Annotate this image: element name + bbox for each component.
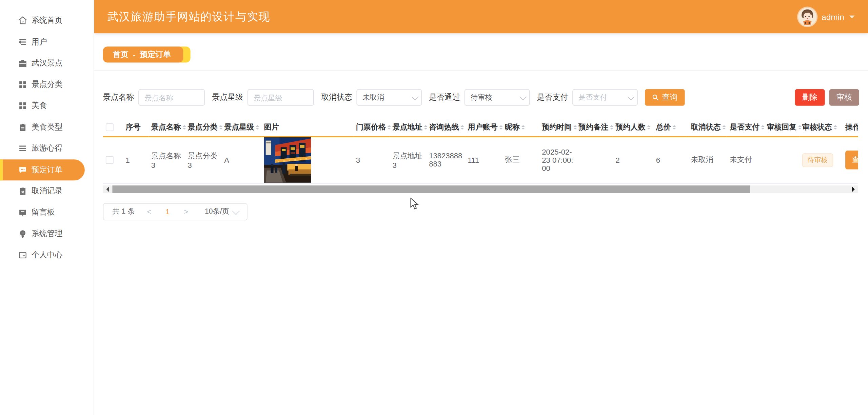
delete-button[interactable]: 删除: [795, 89, 825, 106]
filter-name-input[interactable]: [138, 89, 205, 106]
home-icon: [18, 16, 27, 25]
sort-caret-icon[interactable]: [424, 123, 428, 131]
col-category[interactable]: 景点分类: [188, 122, 217, 132]
page-size-select[interactable]: 10条/页: [205, 206, 238, 216]
sidebar-item-food-types[interactable]: 美食类型: [0, 117, 94, 138]
cell-account: 111: [465, 137, 502, 183]
row-checkbox[interactable]: [106, 156, 114, 164]
user-avatar[interactable]: [798, 7, 817, 26]
sort-caret-icon[interactable]: [610, 123, 613, 131]
col-action: 操作: [845, 122, 858, 132]
sidebar-item-message-board[interactable]: 留言板: [0, 202, 94, 223]
sort-caret-icon[interactable]: [723, 123, 726, 131]
cell-pay-status: 未支付: [727, 137, 764, 183]
audit-button[interactable]: 审核: [829, 89, 859, 106]
cell-cancel-status: 未取消: [688, 137, 727, 183]
filter-pass-label: 是否通过: [429, 93, 460, 102]
col-star[interactable]: 景点星级: [224, 122, 254, 132]
user-name: admin: [822, 12, 844, 21]
col-time[interactable]: 预约时间: [542, 122, 572, 132]
clipboard-x-icon: [18, 187, 27, 196]
sort-caret-icon[interactable]: [834, 123, 837, 131]
scroll-left-icon[interactable]: [103, 185, 111, 193]
col-account[interactable]: 用户账号: [468, 122, 498, 132]
sort-caret-icon[interactable]: [219, 123, 223, 131]
col-pay[interactable]: 是否支付: [730, 122, 760, 132]
breadcrumb-home[interactable]: 首页: [113, 50, 129, 59]
scroll-right-icon[interactable]: [850, 185, 857, 193]
filter-star-input[interactable]: [248, 89, 314, 106]
col-remark[interactable]: 预约备注: [578, 122, 608, 132]
status-badge: 待审核: [802, 153, 833, 167]
sort-caret-icon[interactable]: [761, 123, 765, 131]
sort-caret-icon[interactable]: [388, 123, 391, 131]
orders-table: 序号 景点名称 景点分类 景点星级 图片 门票价格 景点地址 咨询热线 用户账号…: [103, 118, 858, 183]
col-cancel[interactable]: 取消状态: [691, 122, 721, 132]
profile-card-icon: [18, 251, 27, 259]
sort-caret-icon[interactable]: [499, 123, 503, 131]
sort-caret-icon[interactable]: [573, 123, 577, 131]
col-reply[interactable]: 审核回复: [767, 122, 796, 132]
sidebar-item-label: 旅游心得: [32, 143, 62, 153]
sidebar-item-users[interactable]: 用户: [0, 31, 94, 53]
cell-price: 3: [353, 137, 390, 183]
grid-icon: [18, 80, 27, 89]
cell-people: 2: [613, 137, 653, 183]
next-page-button[interactable]: >: [184, 207, 188, 215]
sort-caret-icon[interactable]: [673, 123, 676, 131]
filter-cancel-select[interactable]: 未取消: [356, 89, 422, 106]
sidebar-item-label: 取消记录: [32, 186, 62, 196]
sort-caret-icon[interactable]: [647, 123, 651, 131]
filter-pay-select[interactable]: 是否支付: [572, 89, 638, 106]
col-hotline[interactable]: 咨询热线: [429, 122, 459, 132]
sidebar-item-attractions[interactable]: 武汉景点: [0, 53, 94, 74]
sort-caret-icon[interactable]: [460, 123, 464, 131]
col-people[interactable]: 预约人数: [616, 122, 646, 132]
col-status[interactable]: 审核状态: [802, 122, 832, 132]
col-name[interactable]: 景点名称: [151, 122, 181, 132]
sidebar-item-label: 留言板: [32, 208, 55, 217]
briefcase-icon: [18, 59, 27, 67]
grid-icon: [18, 101, 27, 110]
col-price[interactable]: 门票价格: [356, 122, 386, 132]
query-button[interactable]: 查询: [645, 89, 685, 106]
chevron-down-icon: [519, 93, 527, 100]
chevron-down-icon: [232, 208, 239, 215]
breadcrumb-current: 预定订单: [140, 50, 171, 59]
view-button[interactable]: 查看: [845, 151, 858, 170]
sidebar-item-profile[interactable]: 个人中心: [0, 244, 94, 266]
select-all-checkbox[interactable]: [106, 123, 114, 131]
sidebar-item-label: 预定订单: [32, 165, 62, 175]
col-index: 序号: [126, 122, 141, 132]
col-nickname[interactable]: 昵称: [505, 122, 520, 132]
sidebar-item-food[interactable]: 美食: [0, 95, 94, 117]
sort-caret-icon[interactable]: [798, 123, 802, 131]
sidebar-item-label: 系统管理: [32, 229, 62, 239]
sidebar-item-home[interactable]: 系统首页: [0, 10, 94, 31]
sidebar-item-cancel-records[interactable]: 取消记录: [0, 180, 94, 202]
sidebar-item-system-manage[interactable]: 系统管理: [0, 223, 94, 244]
scrollbar-thumb[interactable]: [112, 185, 750, 193]
sort-caret-icon[interactable]: [521, 123, 525, 131]
sidebar-item-bookings[interactable]: 预定订单: [0, 159, 85, 180]
prev-page-button[interactable]: <: [147, 207, 151, 215]
attraction-photo[interactable]: [264, 137, 311, 183]
sidebar: 系统首页 用户 武汉景点 景点分类: [0, 0, 94, 415]
sidebar-item-label: 美食类型: [32, 122, 62, 132]
horizontal-scrollbar[interactable]: [103, 185, 858, 193]
sort-caret-icon[interactable]: [256, 123, 259, 131]
filter-pass-select[interactable]: 待审核: [465, 89, 530, 106]
user-menu[interactable]: admin: [798, 7, 855, 26]
orders-table-container: 序号 景点名称 景点分类 景点星级 图片 门票价格 景点地址 咨询热线 用户账号…: [103, 118, 858, 183]
list-icon: [18, 38, 27, 46]
col-total[interactable]: 总价: [656, 122, 671, 132]
sidebar-item-label: 系统首页: [32, 16, 62, 25]
filter-pay-label: 是否支付: [537, 93, 568, 102]
sidebar-item-attraction-categories[interactable]: 景点分类: [0, 74, 94, 95]
page-number[interactable]: 1: [165, 207, 170, 215]
pagination-total: 共 1 条: [112, 206, 135, 216]
col-address[interactable]: 景点地址: [393, 122, 422, 132]
sort-caret-icon[interactable]: [183, 123, 186, 131]
sidebar-item-travel-notes[interactable]: 旅游心得: [0, 138, 94, 159]
filter-cancel-label: 取消状态: [321, 93, 352, 102]
